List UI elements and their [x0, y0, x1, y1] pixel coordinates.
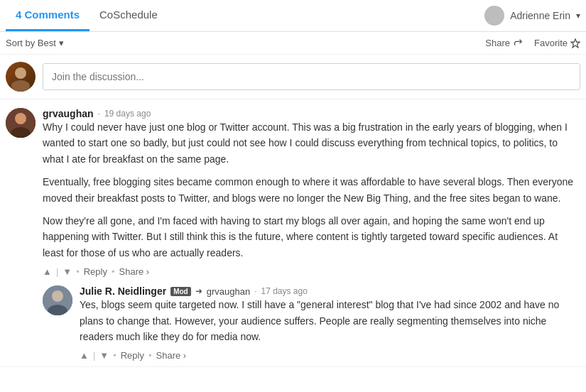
- reply-sep: ·: [254, 286, 256, 296]
- nested-comment: Julie R. Neidlinger Mod ➜ grvaughan · 17…: [43, 277, 580, 361]
- comment-para-3: Now they're all gone, and I'm faced with…: [43, 213, 580, 261]
- join-discussion-row: [0, 55, 586, 99]
- toolbar-row: Sort by Best ▾ Share Favorite: [0, 32, 586, 55]
- commenter-avatar: [6, 108, 36, 138]
- reply-para-1: Yes, blogs seem quite targeted now. I st…: [80, 297, 580, 344]
- comment-body: Why I could never have just one blog or …: [43, 119, 580, 261]
- upvote-button[interactable]: ▲: [43, 266, 52, 277]
- share-link[interactable]: Share ›: [119, 266, 150, 277]
- comment-para-2: Eventually, free blogging sites became c…: [43, 174, 580, 206]
- reply-avatar: [43, 285, 72, 315]
- reply-reply-link[interactable]: Reply: [121, 350, 144, 361]
- reply-body: Yes, blogs seem quite targeted now. I st…: [80, 297, 580, 344]
- separator-4: |: [93, 350, 95, 361]
- comment-para-1: Why I could never have just one blog or …: [43, 119, 580, 167]
- comment-time: ·: [98, 109, 100, 119]
- comment-content: grvaughan · 19 days ago Why I could neve…: [43, 108, 580, 277]
- user-avatar: [484, 6, 504, 26]
- user-avatar-image: [6, 62, 36, 92]
- reply-upvote-button[interactable]: ▲: [80, 350, 89, 361]
- svg-point-1: [15, 67, 26, 79]
- svg-point-7: [52, 290, 63, 302]
- separator-3: •: [112, 266, 115, 277]
- reply-meta: Julie R. Neidlinger Mod ➜ grvaughan · 17…: [80, 285, 580, 297]
- downvote-button[interactable]: ▼: [63, 266, 72, 277]
- tabs-bar: 4 Comments CoSchedule Adrienne Erin ▾: [0, 0, 586, 32]
- user-name: Adrienne Erin: [510, 10, 570, 21]
- commenter-name: grvaughan: [43, 108, 94, 119]
- comment-timestamp: 19 days ago: [104, 109, 151, 119]
- toolbar-right: Share Favorite: [485, 38, 580, 48]
- tabs-right: Adrienne Erin ▾: [484, 6, 580, 26]
- reply-avatar-placeholder: [43, 285, 72, 315]
- favorite-label: Favorite: [534, 38, 568, 48]
- reply-share-link[interactable]: Share ›: [156, 350, 187, 361]
- tab-coschedule[interactable]: CoSchedule: [89, 0, 168, 31]
- current-user-avatar: [6, 62, 36, 92]
- avatar-placeholder: [6, 108, 36, 138]
- join-input[interactable]: [43, 63, 580, 90]
- svg-point-2: [11, 80, 30, 92]
- reply-content: Julie R. Neidlinger Mod ➜ grvaughan · 17…: [80, 285, 580, 361]
- separator-5: •: [113, 350, 116, 361]
- separator: |: [56, 266, 58, 277]
- reply-timestamp: 17 days ago: [261, 286, 307, 296]
- svg-point-4: [15, 113, 26, 124]
- favorite-button[interactable]: Favorite: [534, 38, 580, 48]
- user-dropdown-arrow[interactable]: ▾: [576, 11, 580, 21]
- commenter-avatar-image: [6, 108, 36, 138]
- reply-link[interactable]: Reply: [84, 266, 107, 277]
- mod-badge: Mod: [170, 287, 191, 296]
- sort-by-dropdown[interactable]: Sort by Best ▾: [6, 38, 64, 48]
- comment-meta: grvaughan · 19 days ago: [43, 108, 580, 119]
- comment-actions: ▲ | ▼ • Reply • Share ›: [43, 266, 580, 277]
- reply-author: Julie R. Neidlinger: [80, 285, 166, 297]
- sort-by-label: Sort by Best: [6, 38, 56, 48]
- separator-6: •: [148, 350, 152, 361]
- share-button[interactable]: Share: [485, 38, 523, 48]
- svg-marker-0: [571, 38, 580, 47]
- separator-2: •: [76, 266, 80, 277]
- reply-actions: ▲ | ▼ • Reply • Share ›: [80, 350, 580, 361]
- tab-comments[interactable]: 4 Comments: [6, 0, 89, 31]
- star-icon: [570, 38, 580, 48]
- tabs-left: 4 Comments CoSchedule: [6, 0, 168, 31]
- reply-avatar-image: [43, 285, 72, 315]
- reply-arrow-icon: ➜: [195, 286, 202, 296]
- comment-block: grvaughan · 19 days ago Why I could neve…: [0, 99, 586, 367]
- reply-to-name: grvaughan: [207, 286, 250, 297]
- share-icon: [513, 38, 523, 48]
- sort-dropdown-arrow: ▾: [59, 38, 64, 48]
- reply-downvote-button[interactable]: ▼: [99, 350, 109, 361]
- share-label: Share: [485, 38, 510, 48]
